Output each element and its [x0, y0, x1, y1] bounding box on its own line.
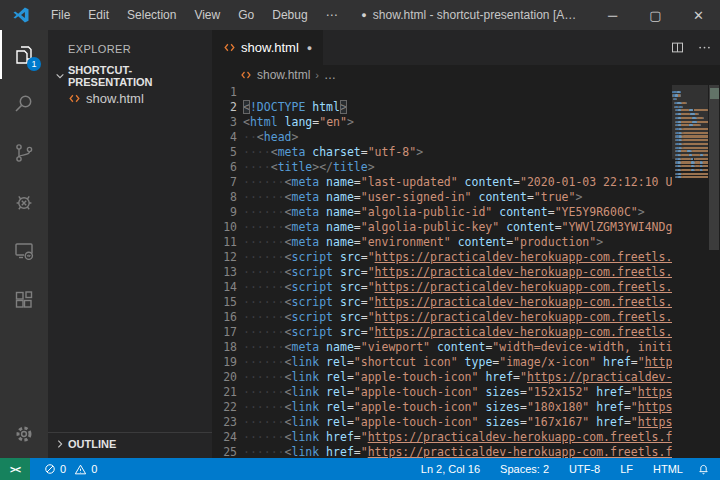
menu-item-go[interactable]: Go: [229, 0, 263, 30]
menu-bar: FileEditSelectionViewGoDebug⋯: [42, 0, 347, 30]
status-line-col[interactable]: Ln 2, Col 16: [421, 463, 480, 475]
code-line-4[interactable]: 4··<head>: [212, 130, 672, 145]
breadcrumb: show.html › …: [212, 65, 720, 85]
line-number[interactable]: 23: [212, 415, 237, 430]
code-line-7[interactable]: 7······<meta name="last-updated" content…: [212, 175, 672, 190]
editor-scrollbar[interactable]: [708, 85, 720, 458]
menu-item-more[interactable]: ⋯: [317, 0, 347, 30]
code-line-6[interactable]: 6····<title></title>: [212, 160, 672, 175]
line-number[interactable]: 1: [212, 85, 237, 100]
status-indentation[interactable]: Spaces: 2: [500, 463, 549, 475]
status-bar: >< 0 0 Ln 2, Col 16Spaces: 2UTF-8LFHTML: [0, 458, 720, 480]
line-number[interactable]: 13: [212, 265, 237, 280]
chevron-down-icon: [52, 71, 68, 81]
scrollbar-thumb[interactable]: [709, 85, 719, 250]
maximize-button[interactable]: ▢: [634, 0, 677, 30]
code-editor[interactable]: 12<!DOCTYPE html>3<html lang="en">4··<he…: [212, 85, 720, 458]
tab-show-html[interactable]: show.html ●: [212, 30, 323, 65]
line-number[interactable]: 6: [212, 160, 237, 175]
line-number[interactable]: 3: [212, 115, 237, 130]
code-line-22[interactable]: 22······<link rel="apple-touch-icon" siz…: [212, 400, 672, 415]
code-line-23[interactable]: 23······<link rel="apple-touch-icon" siz…: [212, 415, 672, 430]
settings-gear-icon[interactable]: [0, 409, 48, 458]
code-line-13[interactable]: 13······<script src="https://practicalde…: [212, 265, 672, 280]
extensions-icon[interactable]: [0, 275, 48, 324]
code-text: ······<script src="https://practicaldev-…: [243, 310, 672, 325]
line-number[interactable]: 9: [212, 205, 237, 220]
more-actions-icon[interactable]: [697, 40, 712, 55]
code-text: ······<meta name="user-signed-in" conten…: [243, 190, 672, 205]
file-item-show-html[interactable]: show.html: [48, 87, 212, 109]
remote-indicator[interactable]: ><: [0, 458, 30, 480]
minimap[interactable]: [672, 85, 708, 458]
window-title: ● show.html - shortcut-presentation [A…: [347, 0, 591, 30]
breadcrumb-more[interactable]: …: [324, 68, 336, 82]
warnings-icon: [74, 463, 87, 476]
code-line-11[interactable]: 11······<meta name="environment" content…: [212, 235, 672, 250]
remote-explorer-icon[interactable]: [0, 226, 48, 275]
menu-item-selection[interactable]: Selection: [118, 0, 185, 30]
line-number[interactable]: 24: [212, 430, 237, 445]
folder-section-header[interactable]: SHORTCUT-PRESENTATION: [48, 65, 212, 87]
line-number[interactable]: 12: [212, 250, 237, 265]
explorer-icon[interactable]: 1: [0, 30, 48, 79]
code-text: ······<script src="https://practicaldev-…: [243, 325, 672, 340]
code-line-9[interactable]: 9······<meta name="algolia-public-id" co…: [212, 205, 672, 220]
code-line-16[interactable]: 16······<script src="https://practicalde…: [212, 310, 672, 325]
outline-section-header[interactable]: OUTLINE: [48, 432, 212, 454]
code-line-24[interactable]: 24······<link href="https://practicaldev…: [212, 430, 672, 445]
line-number[interactable]: 2: [212, 100, 237, 115]
line-number[interactable]: 11: [212, 235, 237, 250]
menu-item-view[interactable]: View: [185, 0, 229, 30]
close-button[interactable]: ✕: [677, 0, 720, 30]
line-number[interactable]: 25: [212, 445, 237, 458]
code-line-20[interactable]: 20······<link rel="apple-touch-icon" hre…: [212, 370, 672, 385]
code-line-5[interactable]: 5····<meta charset="utf-8">: [212, 145, 672, 160]
menu-item-edit[interactable]: Edit: [79, 0, 118, 30]
menu-item-debug[interactable]: Debug: [263, 0, 316, 30]
code-line-12[interactable]: 12······<script src="https://practicalde…: [212, 250, 672, 265]
code-line-25[interactable]: 25······<link href="https://practicaldev…: [212, 445, 672, 458]
status-language[interactable]: HTML: [653, 463, 683, 475]
code-line-21[interactable]: 21······<link rel="apple-touch-icon" siz…: [212, 385, 672, 400]
code-text: ······<meta name="environment" content="…: [243, 235, 672, 250]
line-number[interactable]: 19: [212, 355, 237, 370]
line-number[interactable]: 17: [212, 325, 237, 340]
line-number[interactable]: 8: [212, 190, 237, 205]
code-line-8[interactable]: 8······<meta name="user-signed-in" conte…: [212, 190, 672, 205]
breadcrumb-file[interactable]: show.html: [257, 68, 310, 82]
split-editor-icon[interactable]: [670, 40, 685, 55]
line-number[interactable]: 20: [212, 370, 237, 385]
errors-count: 0: [60, 463, 66, 475]
line-number[interactable]: 14: [212, 280, 237, 295]
line-number[interactable]: 21: [212, 385, 237, 400]
code-line-10[interactable]: 10······<meta name="algolia-public-key" …: [212, 220, 672, 235]
source-control-icon[interactable]: [0, 128, 48, 177]
code-line-17[interactable]: 17······<script src="https://practicalde…: [212, 325, 672, 340]
minimize-button[interactable]: ─: [591, 0, 634, 30]
status-eol[interactable]: LF: [620, 463, 633, 475]
code-line-2[interactable]: 2<!DOCTYPE html>: [212, 100, 672, 115]
errors-icon: [44, 463, 56, 475]
code-line-19[interactable]: 19······<link rel="shortcut icon" type="…: [212, 355, 672, 370]
line-number[interactable]: 22: [212, 400, 237, 415]
notifications-bell-icon[interactable]: [697, 463, 710, 476]
line-number[interactable]: 7: [212, 175, 237, 190]
code-line-18[interactable]: 18······<meta name="viewport" content="w…: [212, 340, 672, 355]
menu-item-file[interactable]: File: [42, 0, 79, 30]
code-line-15[interactable]: 15······<script src="https://practicalde…: [212, 295, 672, 310]
debug-icon[interactable]: [0, 177, 48, 226]
tab-modified-dot[interactable]: ●: [307, 43, 312, 53]
status-encoding[interactable]: UTF-8: [569, 463, 600, 475]
line-number[interactable]: 4: [212, 130, 237, 145]
code-line-14[interactable]: 14······<script src="https://practicalde…: [212, 280, 672, 295]
line-number[interactable]: 16: [212, 310, 237, 325]
line-number[interactable]: 10: [212, 220, 237, 235]
search-icon[interactable]: [0, 79, 48, 128]
line-number[interactable]: 5: [212, 145, 237, 160]
problems-status[interactable]: 0 0: [44, 463, 97, 476]
line-number[interactable]: 18: [212, 340, 237, 355]
line-number[interactable]: 15: [212, 295, 237, 310]
code-line-3[interactable]: 3<html lang="en">: [212, 115, 672, 130]
code-line-1[interactable]: 1: [212, 85, 672, 100]
